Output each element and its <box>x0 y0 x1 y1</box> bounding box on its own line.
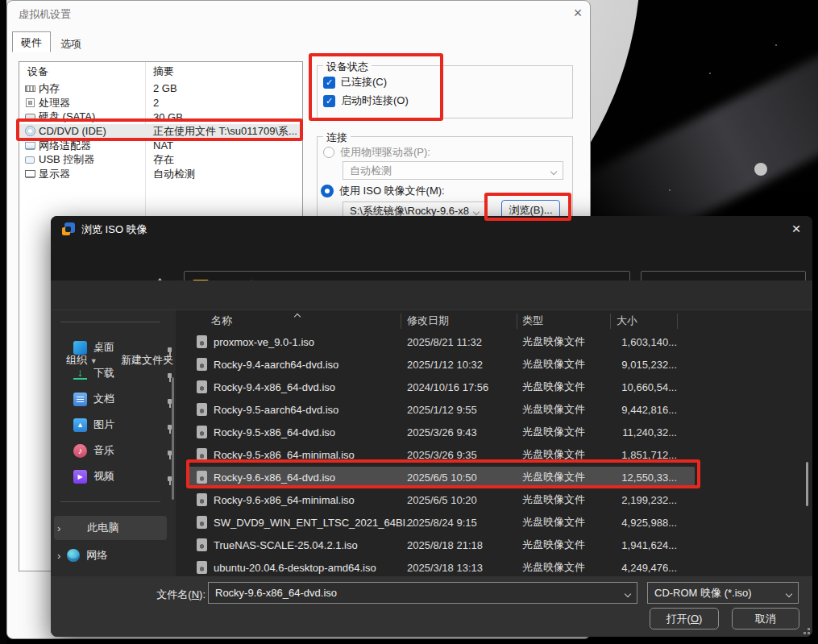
tab-options[interactable]: 选项 <box>52 34 89 55</box>
file-row[interactable]: Rocky-9.5-x86_64-dvd.iso2025/3/26 9:43 光… <box>185 421 745 443</box>
wallpaper-moon <box>754 163 767 176</box>
device-row-memory[interactable]: 内存 2 GB <box>19 81 302 96</box>
sidebar-item-videos[interactable]: ▶ 视频 <box>54 464 173 488</box>
desktop-left-strip <box>0 0 6 644</box>
expand-chevron[interactable]: › <box>57 550 60 562</box>
network-icon <box>67 549 80 562</box>
chevron-down-icon <box>550 168 557 175</box>
cpu-icon <box>23 98 36 107</box>
physical-drive-dropdown[interactable]: 自动检测 <box>343 161 563 180</box>
file-row[interactable]: Rocky-9.5-aarch64-dvd.iso2025/1/12 9:55 … <box>185 398 745 421</box>
file-row[interactable]: Rocky-9.4-aarch64-dvd.iso2025/1/12 10:32… <box>185 353 745 376</box>
column-header-date[interactable]: 修改日期 <box>407 314 449 328</box>
expand-chevron[interactable]: › <box>57 522 60 534</box>
file-row[interactable]: ubuntu-20.04.6-desktop-amd64.iso2025/3/1… <box>185 556 745 579</box>
chevron-down-icon <box>786 591 792 597</box>
sidebar-item-network[interactable]: › 网络 <box>54 543 173 567</box>
star <box>669 189 671 191</box>
file-list: proxmox-ve_9.0-1.iso2025/8/21 11:32 光盘映像… <box>185 330 749 579</box>
cancel-button[interactable]: 取消 <box>732 608 799 629</box>
summary-column-header[interactable]: 摘要 <box>153 64 174 79</box>
chevron-down-icon <box>625 591 631 597</box>
connection-group-label: 连接 <box>323 131 351 145</box>
iso-file-icon <box>197 380 207 393</box>
file-dialog-toolbar: 组织 ▼ 新建文件夹 ▼ ? <box>51 280 812 310</box>
annotation-box-selected-file <box>186 459 700 488</box>
usb-icon <box>23 156 36 164</box>
iso-image-label: 使用 ISO 映像文件(M): <box>339 184 445 198</box>
downloads-icon: ↓ <box>73 368 87 380</box>
physical-drive-radio-row[interactable]: 使用物理驱动器(P): <box>323 145 430 160</box>
documents-icon <box>73 393 87 406</box>
sidebar-divider <box>60 501 160 502</box>
sidebar-top-divider <box>60 322 160 322</box>
sidebar-scrollbar[interactable] <box>172 377 174 500</box>
physical-drive-radio[interactable] <box>323 147 334 158</box>
sidebar-item-documents[interactable]: 文档 <box>54 387 173 411</box>
column-header-name[interactable]: 名称 <box>211 314 232 328</box>
device-row-display[interactable]: 显示器 自动检测 <box>19 167 302 181</box>
vmware-app-icon <box>62 222 75 235</box>
annotation-box-cd-dvd-row <box>16 118 303 141</box>
this-pc-icon <box>67 522 81 534</box>
annotation-box-browse-button <box>484 193 571 221</box>
file-row[interactable]: proxmox-ve_9.0-1.iso2025/8/21 11:32 光盘映像… <box>185 330 745 353</box>
physical-drive-label: 使用物理驱动器(P): <box>340 145 430 160</box>
sort-ascending-icon <box>295 310 300 322</box>
browse-iso-dialog: 浏览 ISO 映像 × ← → ↑ › 此电脑 › part1 (\\10.13… <box>51 216 812 637</box>
file-list-scrollbar[interactable] <box>806 462 808 506</box>
vm-dialog-title: 虚拟机设置 <box>19 7 71 22</box>
star <box>709 73 711 74</box>
file-row[interactable]: Rocky-9.4-x86_64-dvd.iso2024/10/16 17:56… <box>185 376 745 398</box>
annotation-box-device-status <box>309 53 443 121</box>
file-dialog-navbar: ← → ↑ › 此电脑 › part1 (\\10.13.127.124) (S… <box>51 242 812 280</box>
network-adapter-icon <box>23 142 36 149</box>
file-row[interactable]: SW_DVD9_WIN_ENT_LTSC_2021_64BI...2025/8/… <box>185 511 745 534</box>
sidebar-item-this-pc[interactable]: › 此电脑 <box>54 516 167 540</box>
file-row[interactable]: TrueNAS-SCALE-25.04.2.1.iso2025/8/18 21:… <box>185 534 745 556</box>
chevron-down-icon <box>473 209 480 215</box>
iso-file-icon <box>197 403 207 416</box>
file-row[interactable]: Rocky-9.6-x86_64-minimal.iso2025/6/5 10:… <box>185 488 745 511</box>
music-icon: ♪ <box>73 444 87 458</box>
filename-input[interactable]: Rocky-9.6-x86_64-dvd.iso <box>208 582 637 604</box>
open-button[interactable]: 打开(O) <box>650 608 719 629</box>
sidebar-item-downloads[interactable]: ↓ 下载 <box>54 361 173 385</box>
desktop-icon <box>73 341 87 355</box>
iso-file-icon <box>197 493 207 506</box>
iso-image-radio[interactable] <box>321 185 334 197</box>
resize-grip[interactable] <box>808 632 810 634</box>
sidebar-item-desktop[interactable]: 桌面 <box>54 335 173 359</box>
iso-file-icon <box>197 426 207 438</box>
filename-label: 文件名(N): <box>115 588 206 602</box>
device-row-processors[interactable]: 处理器 2 <box>19 96 302 110</box>
file-type-filter-dropdown[interactable]: CD-ROM 映像 (*.iso) <box>647 582 799 604</box>
sidebar-item-pictures[interactable]: ▲ 图片 <box>54 413 173 437</box>
device-row-usb-controller[interactable]: USB 控制器 存在 <box>19 152 302 167</box>
device-column-header[interactable]: 设备 <box>27 64 48 79</box>
iso-file-icon <box>197 335 207 348</box>
column-header-size[interactable]: 大小 <box>617 314 637 328</box>
memory-icon <box>23 85 36 92</box>
videos-icon: ▶ <box>73 470 87 484</box>
screen: 虚拟机设置 × 硬件 选项 设备 摘要 内存 2 GB 处理器 2 <box>0 0 818 644</box>
display-icon <box>23 170 36 177</box>
iso-file-icon <box>197 516 207 529</box>
file-dialog-title: 浏览 ISO 映像 <box>81 222 147 237</box>
star <box>775 44 777 46</box>
file-dialog-close-button[interactable]: × <box>784 218 808 240</box>
pictures-icon: ▲ <box>73 418 87 432</box>
tab-hardware[interactable]: 硬件 <box>12 31 51 52</box>
iso-radio-row[interactable]: 使用 ISO 映像文件(M): <box>321 184 445 198</box>
file-dialog-titlebar[interactable]: 浏览 ISO 映像 × <box>51 216 812 242</box>
iso-file-icon <box>197 561 207 574</box>
vm-close-button[interactable]: × <box>568 3 588 23</box>
sidebar-item-music[interactable]: ♪ 音乐 <box>54 438 173 463</box>
iso-file-icon <box>197 538 207 551</box>
iso-file-icon <box>197 358 207 371</box>
column-header-type[interactable]: 类型 <box>522 314 543 328</box>
